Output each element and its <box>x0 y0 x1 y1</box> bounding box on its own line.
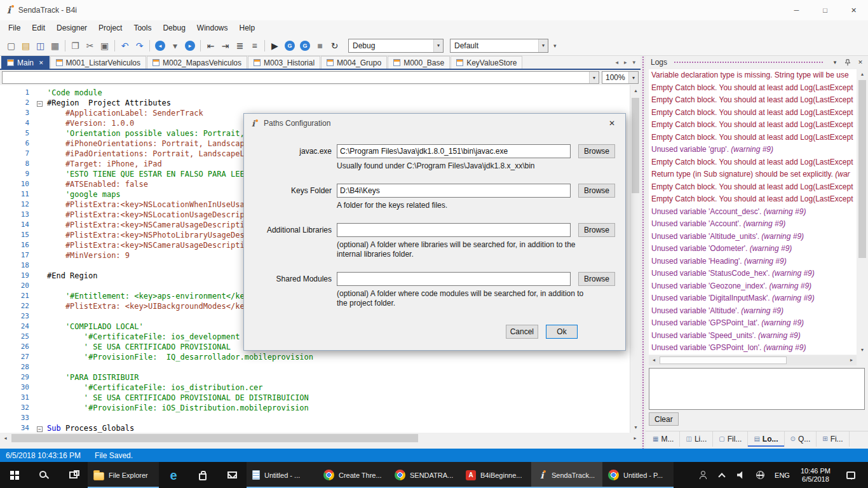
panel-tab-li[interactable]: ◫Li... <box>680 431 713 447</box>
log-entry[interactable]: Empty Catch block. You should at least a… <box>649 156 857 169</box>
shared-modules-browse-button[interactable]: Browse <box>578 272 615 286</box>
scroll-up-icon[interactable]: ▴ <box>630 85 641 96</box>
language-indicator[interactable]: ENG <box>770 471 795 479</box>
scrollbar-thumb[interactable] <box>11 434 418 442</box>
scroll-down-icon[interactable]: ▾ <box>630 422 641 433</box>
scrollbar-thumb[interactable] <box>660 356 787 364</box>
clear-logs-button[interactable]: Clear <box>649 412 679 426</box>
log-entry[interactable]: Unused variable 'Altitude_units'. (warni… <box>649 231 857 243</box>
panel-splitter[interactable] <box>641 56 646 449</box>
connect-bridge-button[interactable]: G <box>285 41 295 51</box>
additional-libraries-browse-button[interactable]: Browse <box>578 223 615 237</box>
indent-button[interactable]: ⇥ <box>218 38 233 53</box>
log-entry[interactable]: Unused variable 'Account'. (warning #9) <box>649 218 857 231</box>
tab-list-menu-icon[interactable]: ▾ <box>630 58 637 67</box>
log-entry[interactable]: Unused variable 'Account_desc'. (warning… <box>649 206 857 219</box>
menu-item-windows[interactable]: Windows <box>191 21 234 35</box>
task-view-button[interactable] <box>58 462 88 488</box>
window-titlebar[interactable]: i SendaTrack - B4i ─ □ ✕ <box>0 0 868 20</box>
store-button[interactable] <box>188 462 217 488</box>
pin-icon[interactable] <box>843 57 853 67</box>
open-project-button[interactable]: ▤ <box>18 38 33 53</box>
redo-button[interactable]: ↷ <box>132 38 147 53</box>
start-button[interactable] <box>0 462 29 488</box>
hidden-icons-button[interactable] <box>712 471 731 479</box>
clock[interactable]: 10:46 PM 6/5/2018 <box>795 467 836 484</box>
close-button[interactable]: ✕ <box>839 0 868 20</box>
cut-button[interactable]: ✂ <box>83 38 97 53</box>
log-entry[interactable]: Unused variable 'Speed_units'. (warning … <box>649 330 857 342</box>
log-entry[interactable]: Unused variable 'Odometer'. (warning #9) <box>649 243 857 255</box>
run-button[interactable]: ▶ <box>268 38 282 53</box>
menu-item-designer[interactable]: Designer <box>51 21 93 35</box>
drag-grip[interactable] <box>674 61 824 64</box>
fold-collapse-icon[interactable]: − <box>37 101 43 107</box>
scroll-right-icon[interactable]: ▸ <box>630 433 641 444</box>
panel-menu-icon[interactable]: ▾ <box>830 57 840 67</box>
tab-m004-grupo[interactable]: M004_Grupo <box>321 56 387 69</box>
shared-modules-input[interactable] <box>337 272 571 286</box>
module-navigator-select[interactable]: ▾ <box>2 71 599 84</box>
logs-panel-header[interactable]: Logs ▾ ✕ <box>646 56 868 69</box>
chrome-create-thread-taskbar-button[interactable]: Create Thre... <box>318 462 389 488</box>
paste-button[interactable]: ▣ <box>97 38 112 53</box>
log-entry[interactable]: Unused variable 'GPSPoint_lat'. (warning… <box>649 317 857 330</box>
scroll-tabs-right-icon[interactable]: ▸ <box>622 58 629 67</box>
scroll-right-icon[interactable]: ▸ <box>846 355 857 365</box>
javac-exe-input[interactable] <box>337 144 571 158</box>
build-configuration-select[interactable]: Debug ▾ <box>348 39 444 53</box>
export-modules-button[interactable]: ▦ <box>48 38 62 53</box>
back-history-button[interactable]: ▾ <box>168 38 182 53</box>
log-entry[interactable]: Empty Catch block. You should at least a… <box>649 119 857 132</box>
network-button[interactable] <box>750 471 770 479</box>
new-file-button[interactable]: ▢ <box>4 38 18 53</box>
people-button[interactable] <box>693 471 712 479</box>
sendatrack-b4i-taskbar-button[interactable]: SendaTrack... <box>531 462 602 488</box>
logs-horizontal-scrollbar[interactable]: ◂ ▸ <box>649 355 857 365</box>
cancel-button[interactable]: Cancel <box>506 325 538 339</box>
keys-folder-browse-button[interactable]: Browse <box>578 184 615 198</box>
log-entry[interactable]: Empty Catch block. You should at least a… <box>649 107 857 119</box>
log-entry[interactable]: Unused variable 'Heading'. (warning #9) <box>649 255 857 268</box>
scroll-up-icon[interactable]: ▴ <box>857 69 867 79</box>
scroll-tabs-left-icon[interactable]: ◂ <box>613 58 620 67</box>
dialog-titlebar[interactable]: i Paths Configuration ✕ <box>244 114 625 133</box>
close-tab-icon[interactable]: ✕ <box>39 60 44 66</box>
maximize-button[interactable]: □ <box>811 0 839 20</box>
editor-vertical-scrollbar[interactable]: ▴ ▾ <box>630 85 641 433</box>
log-entry[interactable]: Unused variable 'StatusCode_hex'. (warni… <box>649 268 857 280</box>
minimize-button[interactable]: ─ <box>782 0 811 20</box>
menu-item-tools[interactable]: Tools <box>128 21 157 35</box>
javac-exe-browse-button[interactable]: Browse <box>578 144 615 158</box>
toolbar-overflow-button[interactable]: ▾ <box>548 43 562 49</box>
log-entry[interactable]: Unused variable 'Geozone_index'. (warnin… <box>649 280 857 293</box>
log-entry[interactable]: Unused variable 'Altitude'. (warning #9) <box>649 305 857 318</box>
log-entry[interactable]: Unused variable 'grup'. (warning #9) <box>649 144 857 156</box>
scrollbar-thumb[interactable] <box>632 98 639 193</box>
log-entry[interactable]: Return type (in Sub signature) should be… <box>649 168 857 181</box>
log-entry[interactable]: Empty Catch block. You should at least a… <box>649 132 857 144</box>
copy-button[interactable]: ❐ <box>68 38 83 53</box>
navigate-forward-button[interactable]: ▸ <box>185 41 195 51</box>
editor-horizontal-scrollbar[interactable]: ◂ ▸ <box>0 433 641 444</box>
log-entry[interactable]: Empty Catch block. You should at least a… <box>649 181 857 194</box>
pdf-b4i-beginners-taskbar-button[interactable]: B4iBeginne... <box>460 462 531 488</box>
action-center-button[interactable] <box>836 471 865 479</box>
rapid-debug-button[interactable]: G <box>300 41 310 51</box>
tab-m000-base[interactable]: M000_Base <box>388 56 450 69</box>
tab-main[interactable]: Main✕ <box>1 56 50 69</box>
scroll-left-icon[interactable]: ◂ <box>0 433 11 444</box>
panel-tab-q[interactable]: ⊙Q... <box>785 431 817 447</box>
untitled-notepad-taskbar-button[interactable]: Untitled - ... <box>247 462 318 488</box>
tab-m002-mapasvehiculos[interactable]: M002_MapasVehiculos <box>147 56 247 69</box>
fold-collapse-icon[interactable]: − <box>37 426 43 432</box>
log-entry[interactable]: Variable declaration type is missing. St… <box>649 69 857 82</box>
tab-m003-historial[interactable]: M003_Historial <box>248 56 320 69</box>
additional-libraries-input[interactable] <box>337 223 571 237</box>
uncomment-selection-button[interactable]: ≡ <box>247 38 262 53</box>
panel-tab-m[interactable]: ▦M... <box>647 431 680 447</box>
tab-keyvaluestore[interactable]: KeyValueStore <box>451 56 522 69</box>
panel-tab-fi[interactable]: ⊞Fi... <box>817 431 849 447</box>
scrollbar-thumb[interactable] <box>858 80 866 258</box>
chrome-untitled-p-taskbar-button[interactable]: Untitled - P... <box>602 462 674 488</box>
